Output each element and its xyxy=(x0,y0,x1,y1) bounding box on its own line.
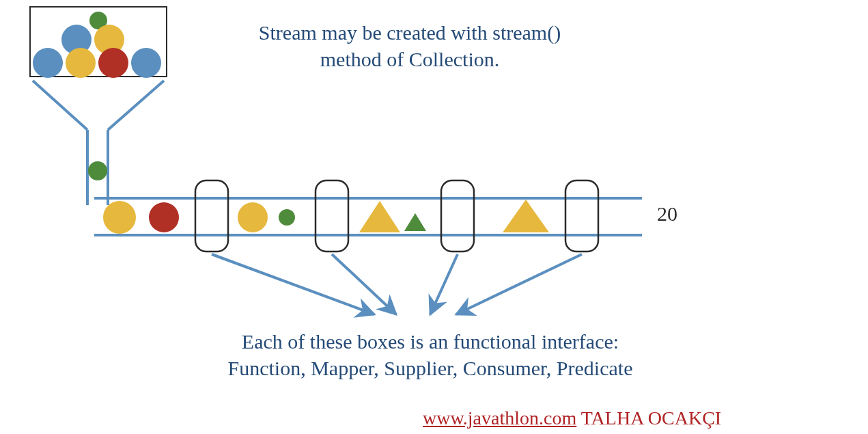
svg-line-2 xyxy=(108,81,164,130)
arrow-4-icon xyxy=(456,254,582,314)
ball-green-icon xyxy=(88,161,107,180)
stage-box-4 xyxy=(565,180,598,252)
ball-red-icon xyxy=(98,48,128,78)
triangle-green-icon xyxy=(404,213,426,231)
ball-green-icon xyxy=(279,209,295,226)
funnel-icon xyxy=(33,81,164,205)
arrow-3-icon xyxy=(430,254,458,314)
arrow-2-icon xyxy=(332,254,396,314)
triangle-yellow-icon xyxy=(359,201,400,232)
stage-box-1 xyxy=(195,180,228,252)
stage-box-2 xyxy=(316,180,348,252)
ball-blue-icon xyxy=(33,48,63,78)
ball-yellow-icon xyxy=(103,201,136,234)
ball-blue-icon xyxy=(131,48,161,78)
stage-box-3 xyxy=(441,180,474,252)
stream-pipeline-diagram xyxy=(0,0,868,434)
collection-box xyxy=(30,7,167,78)
ball-red-icon xyxy=(149,202,179,232)
ball-yellow-icon xyxy=(66,48,96,78)
stage-arrows xyxy=(212,254,582,314)
svg-line-1 xyxy=(33,81,87,130)
diagram-stage: Stream may be created with stream() meth… xyxy=(0,0,868,434)
arrow-1-icon xyxy=(212,254,374,314)
triangle-yellow-icon xyxy=(503,200,549,232)
ball-yellow-icon xyxy=(238,202,268,232)
